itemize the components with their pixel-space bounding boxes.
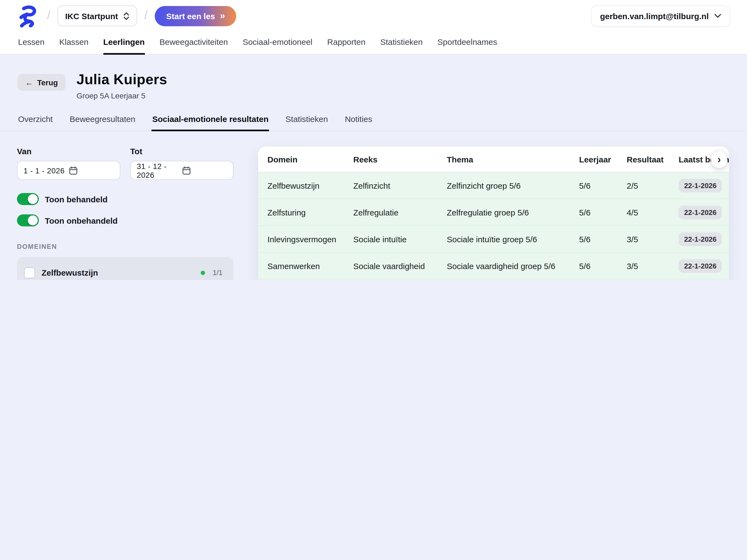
user-menu[interactable]: gerben.van.limpt@tilburg.nl [591,5,730,27]
date-to-input[interactable]: 31 - 12 - 2026 [130,161,233,180]
cell-reeks: Zelfregulatie [353,207,447,217]
domain-count: 1/1 [212,269,223,277]
top-bar: / IKC Startpunt / Start een les » gerben… [0,0,747,55]
nav-item-lessen[interactable]: Lessen [18,32,45,55]
toggle-toon-onbehandeld[interactable]: Toon onbehandeld [17,214,233,226]
date-to-group: Tot 31 - 12 - 2026 [130,147,233,180]
table-row[interactable]: Samenwerken Sociale vaardigheid Sociale … [258,253,729,279]
cell-leerjaar: 5/6 [579,181,627,190]
start-lesson-label: Start een les [166,11,215,21]
chevron-right-icon: › [718,154,721,165]
date-to-value: 31 - 12 - 2026 [137,161,182,179]
cell-domein: Zelfbewustzijn [267,181,353,190]
cell-thema: Zelfregulatie groep 5/6 [447,207,579,217]
chevron-up-down-icon [123,11,130,21]
checkbox[interactable] [24,267,35,278]
school-selector-label: IKC Startpunt [65,11,118,21]
date-from-label: Van [17,147,120,156]
nav-item-sociaal-emotioneel[interactable]: Sociaal-emotioneel [242,32,312,55]
domain-label: Zelfbewustzijn [42,268,194,277]
school-selector[interactable]: IKC Startpunt [57,5,137,26]
date-badge: 22-1-2026 [679,232,722,246]
breadcrumb-slash: / [47,8,50,22]
cell-resultaat: 2/5 [627,181,679,190]
col-header-reeks: Reeks [353,154,447,164]
top-bar-row: / IKC Startpunt / Start een les » gerben… [0,0,747,32]
back-button[interactable]: ← Terug [18,74,66,91]
table-row[interactable]: Inlevingsvermogen Sociale intuïtie Socia… [258,226,729,253]
cell-thema: Zelfinzicht groep 5/6 [447,181,579,190]
toggle-switch-on[interactable] [17,214,39,226]
start-lesson-button[interactable]: Start een les » [155,6,236,26]
nav-item-beweegactiviteiten[interactable]: Beweegactiviteiten [159,32,228,55]
back-button-label: Terug [37,78,58,87]
col-header-leerjaar: Leerjaar [579,154,627,164]
subtab-bar: Overzicht Beweegresultaten Sociaal-emoti… [0,111,747,131]
page-subtitle: Groep 5A Leerjaar 5 [77,91,168,100]
cell-reeks: Zelfinzicht [353,181,447,190]
cell-thema: Sociale intuïtie groep 5/6 [447,234,579,244]
table-row[interactable]: Moreel kompas Verantwoordelijkheid Veran… [258,279,729,280]
cell-resultaat: 4/5 [627,207,679,217]
cell-domein: Samenwerken [267,261,353,271]
calendar-icon[interactable] [69,166,114,175]
double-chevron-right-icon: » [220,10,225,21]
col-header-resultaat: Resultaat [627,154,679,164]
table-body: Zelfbewustzijn Zelfinzicht Zelfinzicht g… [258,172,729,280]
tab-beweegresultaten[interactable]: Beweegresultaten [69,111,136,131]
domains-heading: DOMEINEN [17,243,233,251]
tab-statistieken[interactable]: Statistieken [285,111,328,131]
table-row[interactable]: Zelfsturing Zelfregulatie Zelfregulatie … [258,199,729,226]
filter-panel: Van 1 - 1 - 2026 Tot [17,147,233,280]
cell-reeks: Sociale intuïtie [353,234,447,244]
domain-item-zelfbewustzijn[interactable]: Zelfbewustzijn 1/1 [24,262,223,280]
cell-leerjaar: 5/6 [579,261,627,271]
cell-resultaat: 3/5 [627,261,679,271]
cell-thema: Sociale vaardigheid groep 5/6 [447,261,579,271]
cell-leerjaar: 5/6 [579,234,627,244]
date-to-label: Tot [130,147,233,156]
app-logo-icon[interactable] [17,4,40,27]
nav-item-statistieken[interactable]: Statistieken [380,32,423,55]
col-header-thema: Thema [447,154,579,164]
main-nav: Lessen Klassen Leerlingen Beweegactivite… [0,32,747,54]
chevron-down-icon [714,14,721,18]
status-dot-green [201,271,205,275]
cell-domein: Zelfsturing [267,207,353,217]
results-table-card: › Domein Reeks Thema Leerjaar Resultaat … [258,147,729,280]
date-badge: 22-1-2026 [679,179,722,192]
tab-overzicht[interactable]: Overzicht [18,111,53,131]
content: Van 1 - 1 - 2026 Tot [0,131,747,280]
student-heading: Julia Kuipers Groep 5A Leerjaar 5 [77,71,168,100]
nav-item-klassen[interactable]: Klassen [59,32,88,55]
tab-sociaal-emotionele-resultaten[interactable]: Sociaal-emotionele resultaten [152,111,269,131]
toggle-toon-behandeld[interactable]: Toon behandeld [17,193,233,205]
table-header-row: Domein Reeks Thema Leerjaar Resultaat La… [258,147,729,172]
tab-notities[interactable]: Notities [344,111,373,131]
cell-domein: Inlevingsvermogen [267,234,353,244]
calendar-icon[interactable] [182,166,227,175]
toggle-switch-on[interactable] [17,193,39,205]
page-title: Julia Kuipers [77,71,168,88]
page-header: ← Terug Julia Kuipers Groep 5A Leerjaar … [0,71,747,131]
cell-leerjaar: 5/6 [579,207,627,217]
nav-item-sportdeelnames[interactable]: Sportdeelnames [437,32,497,55]
date-from-input[interactable]: 1 - 1 - 2026 [17,161,120,180]
date-from-group: Van 1 - 1 - 2026 [17,147,120,180]
toggle-label: Toon behandeld [45,195,107,204]
app-window: / IKC Startpunt / Start een les » gerben… [0,0,747,280]
cell-reeks: Sociale vaardigheid [353,261,447,271]
breadcrumb-slash: / [145,8,148,22]
domains-card: Zelfbewustzijn 1/1 Zelfsturing 1/1 Inlev… [17,257,233,280]
nav-item-rapporten[interactable]: Rapporten [327,32,366,55]
nav-item-leerlingen[interactable]: Leerlingen [103,32,145,55]
cell-resultaat: 3/5 [627,234,679,244]
date-badge: 22-1-2026 [679,205,722,219]
arrow-left-icon: ← [25,78,33,87]
scroll-right-button[interactable]: › [711,152,727,168]
user-email: gerben.van.limpt@tilburg.nl [600,11,709,21]
col-header-domein: Domein [267,154,353,164]
date-from-value: 1 - 1 - 2026 [24,166,69,175]
table-row[interactable]: Zelfbewustzijn Zelfinzicht Zelfinzicht g… [258,172,729,199]
toggle-label: Toon onbehandeld [45,216,118,225]
